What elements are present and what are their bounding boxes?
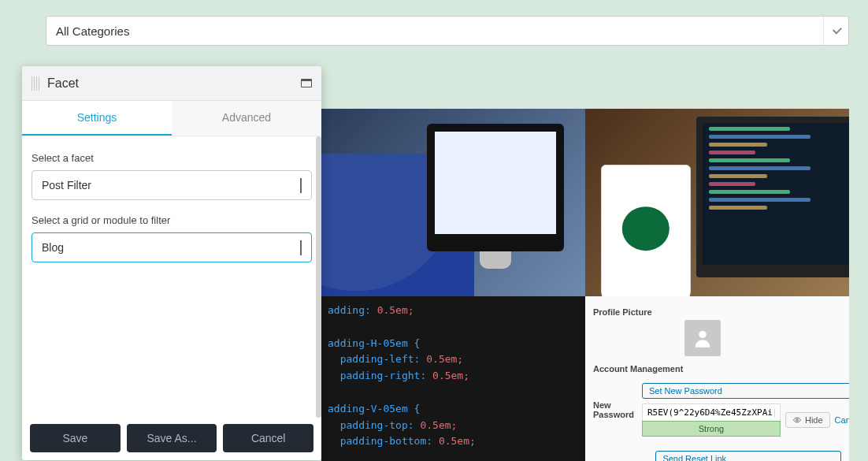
hide-password-button[interactable]: Hide <box>785 412 830 428</box>
new-password-label: New Password <box>593 400 634 419</box>
facet-select-value: Post Filter <box>42 179 300 191</box>
panel-footer: Save Save As... Cancel <box>22 418 321 460</box>
svg-point-1 <box>796 419 799 422</box>
grid-image-code[interactable]: adding: 0.5em; adding-H-05em { padding-l… <box>321 296 585 461</box>
grid-image-laptop[interactable] <box>585 109 849 296</box>
account-management-label: Account Management <box>593 364 841 374</box>
chevron-down-icon <box>300 240 302 255</box>
chevron-down-icon <box>823 17 839 45</box>
panel-tabs: Settings Advanced <box>22 101 321 136</box>
profile-picture-label: Profile Picture <box>593 307 841 317</box>
target-field-label: Select a grid or module to filter <box>32 214 312 226</box>
password-strength-badge: Strong <box>642 421 781 437</box>
content-grid: adding: 0.5em; adding-H-05em { padding-l… <box>321 109 849 461</box>
grid-image-wp-profile[interactable]: Profile Picture Account Management New P… <box>585 296 849 461</box>
drag-handle-icon[interactable] <box>32 76 39 91</box>
send-reset-link-button[interactable]: Send Reset Link <box>655 451 841 461</box>
panel-header[interactable]: Facet <box>22 66 321 101</box>
tab-settings[interactable]: Settings <box>22 101 172 136</box>
window-icon[interactable] <box>301 79 312 87</box>
tab-advanced[interactable]: Advanced <box>172 101 321 136</box>
grid-image-imac[interactable] <box>321 109 585 296</box>
facet-select[interactable]: Post Filter <box>32 170 312 200</box>
svg-point-0 <box>699 331 706 338</box>
password-input[interactable] <box>642 403 781 422</box>
save-as-button[interactable]: Save As... <box>127 424 217 452</box>
categories-select-label: All Categories <box>56 24 823 38</box>
categories-select[interactable]: All Categories <box>46 16 849 46</box>
facet-panel: Facet Settings Advanced Select a facet P… <box>22 66 321 460</box>
avatar <box>684 320 721 356</box>
target-select[interactable]: Blog <box>32 232 312 262</box>
cancel-password-link[interactable]: Cancel <box>835 415 849 425</box>
panel-title: Facet <box>47 76 301 91</box>
cancel-button[interactable]: Cancel <box>223 424 313 452</box>
facet-field-label: Select a facet <box>32 152 312 164</box>
save-button[interactable]: Save <box>30 424 121 452</box>
chevron-down-icon <box>300 178 302 192</box>
set-new-password-button[interactable]: Set New Password <box>642 383 849 399</box>
target-select-value: Blog <box>42 241 300 254</box>
panel-body: Select a facet Post Filter Select a grid… <box>22 136 321 418</box>
